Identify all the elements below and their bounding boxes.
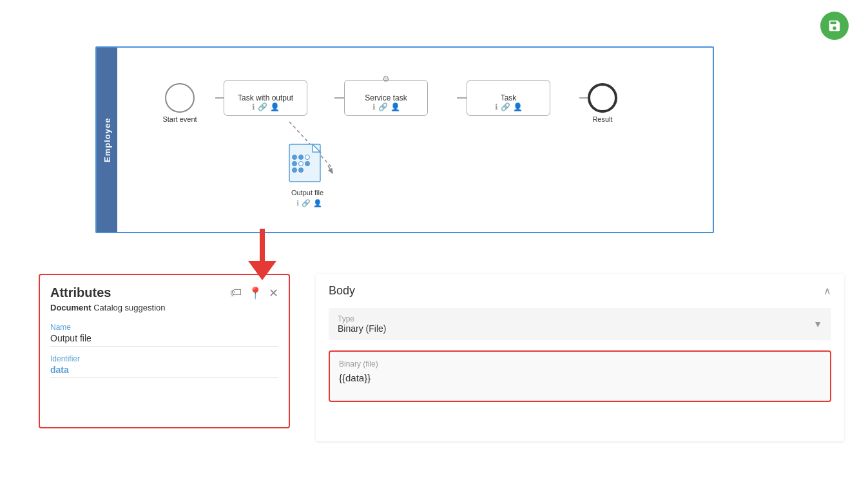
save-button[interactable] (820, 12, 849, 40)
identifier-value[interactable]: data (50, 365, 278, 378)
arrow-head (248, 261, 276, 280)
attributes-header-icons: 🏷 📍 ✕ (230, 286, 278, 300)
body-title: Body (329, 284, 355, 298)
type-value: Binary (File) (338, 323, 386, 334)
name-value[interactable]: Output file (50, 333, 278, 347)
bpmn-content: Start event Task with output ℹ 🔗 👤 ⚙ Ser… (117, 48, 713, 232)
arrow-indicator (248, 229, 276, 280)
tag-icon[interactable]: 🏷 (230, 286, 242, 300)
close-button[interactable]: ✕ (269, 286, 278, 300)
attributes-panel: Attributes 🏷 📍 ✕ Document Catalog sugges… (39, 274, 290, 428)
user-icon-3[interactable]: 👤 (513, 102, 523, 111)
task-with-output-label: Task with output (238, 93, 293, 102)
info-icon-3[interactable]: ℹ (495, 102, 498, 111)
svg-point-13 (305, 162, 310, 166)
end-event[interactable]: Result (588, 83, 617, 113)
svg-point-14 (293, 168, 297, 173)
svg-point-15 (299, 168, 304, 173)
data-object-label: Output file (285, 189, 330, 196)
body-header: Body ∧ (329, 284, 831, 298)
svg-point-11 (293, 162, 297, 166)
doc-type: Document (50, 303, 92, 312)
binary-field[interactable]: Binary (file) {{data}} (329, 350, 831, 402)
binary-value: {{data}} (339, 372, 821, 383)
body-collapse-button[interactable]: ∧ (824, 285, 831, 297)
gear-icon: ⚙ (382, 74, 390, 84)
save-icon (827, 19, 842, 33)
attributes-subtitle: Document Catalog suggestion (50, 303, 278, 312)
svg-point-12 (299, 162, 304, 166)
attributes-title: Attributes (50, 285, 111, 300)
task-icons-3: ℹ 🔗 👤 (495, 102, 523, 111)
data-object[interactable]: Output file ℹ 🔗 👤 (288, 143, 330, 207)
catalog-suggestion: Catalog suggestion (93, 303, 165, 312)
link-icon-2[interactable]: 🔗 (378, 102, 388, 111)
info-icon-1[interactable]: ℹ (252, 102, 255, 111)
svg-point-10 (305, 155, 310, 160)
task-icons-1: ℹ 🔗 👤 (252, 102, 280, 111)
user-icon-2[interactable]: 👤 (391, 102, 400, 111)
link-icon-3[interactable]: 🔗 (501, 102, 510, 111)
start-event[interactable]: Start event (165, 83, 195, 113)
dropdown-icon[interactable]: ▼ (813, 319, 822, 329)
task-icons-2: ℹ 🔗 👤 (372, 102, 400, 111)
bpmn-diagram: Employee (95, 46, 714, 233)
task-label: Task (501, 93, 517, 102)
location-icon[interactable]: 📍 (248, 286, 262, 300)
link-icon-1[interactable]: 🔗 (258, 102, 267, 111)
info-icon-2[interactable]: ℹ (372, 102, 376, 111)
diagram-svg (138, 48, 733, 232)
svg-point-8 (293, 155, 297, 160)
svg-point-9 (299, 155, 304, 160)
attributes-header: Attributes 🏷 📍 ✕ (50, 285, 278, 300)
arrow-shaft (260, 229, 265, 261)
binary-label: Binary (file) (339, 359, 821, 368)
pool-label: Employee (97, 48, 117, 232)
type-label: Type (338, 314, 386, 323)
user-icon-1[interactable]: 👤 (270, 102, 280, 111)
service-task-label: Service task (365, 93, 407, 102)
data-icon-user[interactable]: 👤 (313, 199, 322, 207)
body-panel: Body ∧ Type Binary (File) ▼ Binary (file… (316, 274, 844, 441)
data-icon-link[interactable]: 🔗 (302, 199, 311, 207)
data-object-shape (288, 143, 327, 185)
identifier-label: Identifier (50, 354, 278, 363)
service-task[interactable]: ⚙ Service task ℹ 🔗 👤 (344, 80, 428, 116)
type-field[interactable]: Type Binary (File) ▼ (329, 308, 831, 340)
name-label: Name (50, 323, 278, 332)
name-field: Name Output file (50, 323, 278, 347)
data-icon-info[interactable]: ℹ (296, 199, 299, 207)
identifier-field: Identifier data (50, 354, 278, 378)
start-event-label: Start event (159, 115, 201, 123)
type-field-content: Type Binary (File) (338, 314, 386, 334)
task[interactable]: Task ℹ 🔗 👤 (467, 80, 550, 116)
task-with-output[interactable]: Task with output ℹ 🔗 👤 (224, 80, 307, 116)
end-event-label: Result (583, 115, 622, 123)
